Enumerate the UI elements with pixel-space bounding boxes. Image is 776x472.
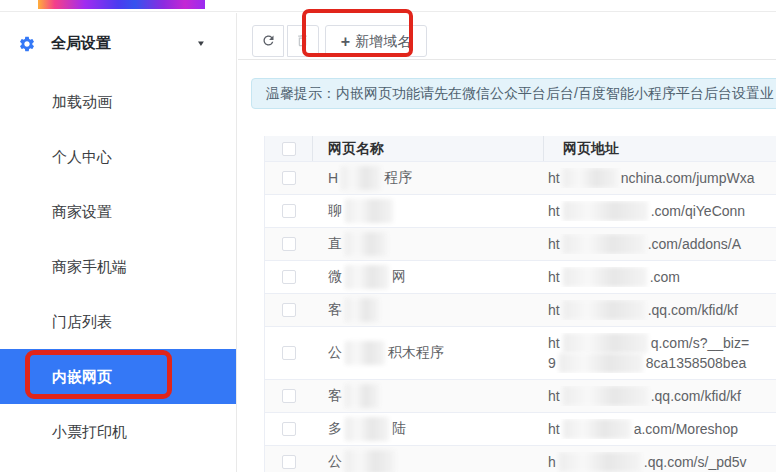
page-name-text: 积木程序 [388, 344, 444, 362]
page-url-text: 8ca1358508bea [646, 355, 746, 371]
page-name-text: 直 [328, 235, 342, 253]
page-url-text: ht [548, 335, 560, 351]
sidebar-item-loading-animation[interactable]: 加载动画 [0, 74, 236, 129]
table-row: 客 ht.qq.com/kfid/kf [265, 380, 776, 413]
sidebar-item-embedded-webpage[interactable]: 内嵌网页 [0, 349, 236, 404]
trash-icon [295, 33, 310, 48]
table-row: 公 h.qq.com/s/_pd5v [265, 446, 776, 472]
page-name-text: H [328, 170, 338, 186]
page-url-text: ht [548, 388, 560, 404]
redaction-blur [345, 232, 387, 256]
plus-icon: + [341, 33, 350, 50]
sidebar-group-label: 全局设置 [51, 34, 111, 53]
page-name-text: 公 [328, 453, 342, 471]
page-name-text: 公 [328, 344, 342, 362]
redaction-blur [563, 234, 645, 254]
add-domain-button[interactable]: +新增域名 [325, 25, 427, 57]
page-url-text: nchina.com/jumpWxa [621, 170, 755, 186]
table-row: 多陆 hta.com/Moreshop [265, 413, 776, 446]
sidebar: 全局设置 ▼ 加载动画 个人中心 商家设置 商家手机端 门店列表 内嵌网页 小票… [0, 13, 237, 472]
page-url-text: .com [650, 269, 680, 285]
redaction-blur [563, 168, 618, 188]
sidebar-item-store-list[interactable]: 门店列表 [0, 294, 236, 349]
page-url-text: ht [548, 236, 560, 252]
redaction-blur [345, 417, 389, 441]
row-checkbox[interactable] [282, 346, 296, 360]
page-url-line: 98ca1358508bea [548, 353, 776, 373]
sidebar-item-receipt-printer[interactable]: 小票打印机 [0, 404, 236, 459]
page-url-text: ht [548, 269, 560, 285]
sidebar-item-merchant-mobile[interactable]: 商家手机端 [0, 239, 236, 294]
sidebar-item-personal-center[interactable]: 个人中心 [0, 129, 236, 184]
toolbar: +新增域名 [238, 13, 776, 60]
page-name-text: 网 [392, 268, 406, 286]
table-row: H程序 htnchina.com/jumpWxa [265, 162, 776, 195]
redaction-blur [563, 300, 645, 320]
row-checkbox[interactable] [282, 237, 296, 251]
page-url-text: ht [548, 203, 560, 219]
sidebar-item-merchant-settings[interactable]: 商家设置 [0, 184, 236, 239]
redaction-blur [563, 267, 647, 287]
page-url-text: .qq.com/s/_pd5v [644, 454, 747, 470]
page-url-text: ht [548, 421, 560, 437]
page-url-text: ht [548, 170, 560, 186]
page-name-text: 微 [328, 268, 342, 286]
redaction-blur [341, 166, 381, 190]
redaction-blur [345, 341, 385, 365]
page-name-text: 客 [328, 387, 342, 405]
add-domain-button-label: 新增域名 [355, 33, 411, 49]
page-url-text: .qq.com/kfid/kf [651, 388, 741, 404]
info-alert: 温馨提示：内嵌网页功能请先在微信公众平台后台/百度智能小程序平台后台设置业 [251, 78, 776, 109]
redaction-blur [345, 199, 393, 223]
redaction-blur [563, 333, 648, 353]
row-checkbox[interactable] [282, 270, 296, 284]
gear-icon [18, 35, 36, 53]
page-url-text: ht [548, 302, 560, 318]
page-name-text: 程序 [384, 169, 412, 187]
page-name-text: 陆 [392, 420, 406, 438]
column-header-page-url: 网页地址 [544, 140, 776, 158]
redaction-blur [345, 450, 395, 472]
page-url-text: .com/qiYeConn [651, 203, 745, 219]
logo-gradient-strip [38, 0, 205, 9]
table-row: 公积木程序 htq.com/s?__biz= 98ca1358508bea [265, 327, 776, 380]
refresh-button[interactable] [252, 25, 284, 57]
page-name-text: 聊 [328, 202, 342, 220]
main-content: +新增域名 温馨提示：内嵌网页功能请先在微信公众平台后台/百度智能小程序平台后台… [238, 13, 776, 472]
redaction-blur [563, 386, 648, 406]
redaction-blur [563, 201, 648, 221]
page-url-text: q.com/s?__biz= [651, 335, 749, 351]
row-checkbox[interactable] [282, 389, 296, 403]
table-row: 聊 ht.com/qiYeConn [265, 195, 776, 228]
page-url-text: .com/addons/A [648, 236, 741, 252]
domains-table: 网页名称 网页地址 H程序 htnchina.com/jumpWxa 聊 ht.… [264, 136, 776, 472]
row-checkbox[interactable] [282, 171, 296, 185]
row-checkbox[interactable] [282, 303, 296, 317]
page-url-text: h [548, 454, 556, 470]
page-url-text: a.com/Moreshop [634, 421, 738, 437]
table-row: 客 ht.qq.com/kfid/kf [265, 294, 776, 327]
page-url-text: 9 [548, 355, 556, 371]
row-checkbox[interactable] [282, 422, 296, 436]
info-alert-text: 温馨提示：内嵌网页功能请先在微信公众平台后台/百度智能小程序平台后台设置业 [266, 85, 774, 101]
column-header-page-name: 网页名称 [313, 136, 544, 161]
page-url-line: htq.com/s?__biz= [548, 333, 776, 353]
row-checkbox[interactable] [282, 204, 296, 218]
select-all-checkbox[interactable] [282, 142, 296, 156]
row-checkbox[interactable] [282, 455, 296, 469]
redaction-blur [563, 419, 631, 439]
redaction-blur [345, 265, 389, 289]
redaction-blur [559, 452, 641, 472]
delete-button[interactable] [287, 25, 319, 57]
table-row: 微网 ht.com [265, 261, 776, 294]
top-bar [0, 0, 776, 12]
table-row: 直 ht.com/addons/A [265, 228, 776, 261]
page-name-text: 客 [328, 301, 342, 319]
redaction-blur [345, 298, 379, 322]
redaction-blur [559, 353, 643, 373]
refresh-icon [261, 33, 276, 48]
table-header-row: 网页名称 网页地址 [265, 136, 776, 162]
sidebar-group-global-settings[interactable]: 全局设置 ▼ [0, 13, 236, 74]
redaction-blur [345, 384, 379, 408]
chevron-down-icon: ▼ [196, 39, 206, 48]
